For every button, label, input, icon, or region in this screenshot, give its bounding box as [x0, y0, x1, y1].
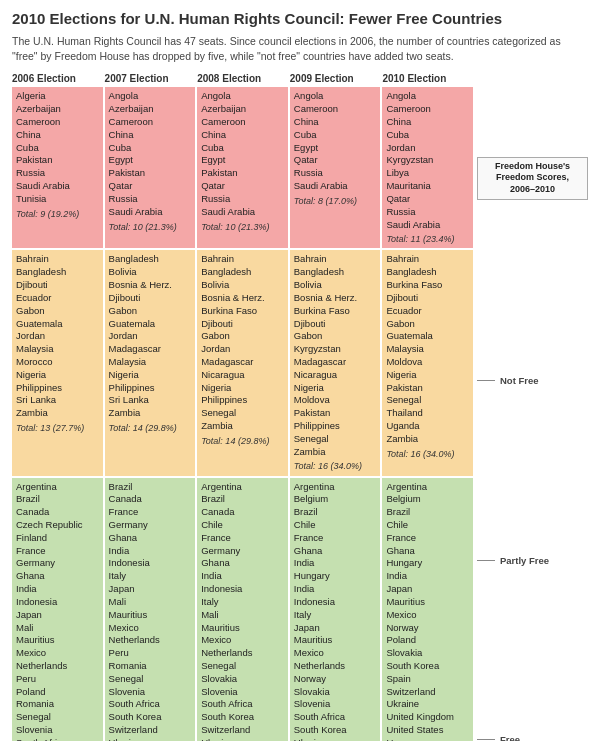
- country-name: Chile: [294, 519, 377, 532]
- country-name: Guatemala: [16, 318, 99, 331]
- country-name: Argentina: [386, 481, 469, 494]
- country-name: Slovenia: [294, 698, 377, 711]
- country-name: Nigeria: [201, 382, 284, 395]
- country-name: Ukraine: [294, 737, 377, 741]
- country-name: Zambia: [16, 407, 99, 420]
- country-name: Djibouti: [386, 292, 469, 305]
- country-name: Mauritius: [201, 622, 284, 635]
- country-name: Netherlands: [16, 660, 99, 673]
- country-name: Slovakia: [294, 686, 377, 699]
- country-name: Philippines: [109, 382, 192, 395]
- country-name: Bolivia: [109, 266, 192, 279]
- country-name: Mauritius: [386, 596, 469, 609]
- column-headers: 2006 Election2007 Election2008 Election2…: [12, 73, 473, 84]
- country-name: Senegal: [16, 711, 99, 724]
- country-name: Indonesia: [201, 583, 284, 596]
- country-name: India: [386, 570, 469, 583]
- cell-total: Total: 14 (29.8%): [109, 422, 192, 434]
- country-name: Norway: [294, 673, 377, 686]
- country-name: Bahrain: [16, 253, 99, 266]
- country-name: Mali: [109, 596, 192, 609]
- country-name: Senegal: [386, 394, 469, 407]
- country-name: Indonesia: [16, 596, 99, 609]
- category-row-not-free: AlgeriaAzerbaijanCameroonChinaCubaPakist…: [12, 87, 473, 248]
- country-name: Mali: [201, 609, 284, 622]
- country-name: Russia: [201, 193, 284, 206]
- country-name: Romania: [109, 660, 192, 673]
- country-name: Czech Republic: [16, 519, 99, 532]
- country-name: Bosnia & Herz.: [201, 292, 284, 305]
- country-name: Canada: [109, 493, 192, 506]
- country-name: Cuba: [294, 129, 377, 142]
- country-name: Mexico: [109, 622, 192, 635]
- country-name: Cuba: [386, 129, 469, 142]
- country-name: Brazil: [294, 506, 377, 519]
- country-name: Bosnia & Herz.: [109, 279, 192, 292]
- cell-not-free-col2: AngolaAzerbaijanCameroonChinaCubaEgyptPa…: [197, 87, 288, 248]
- country-name: Japan: [16, 609, 99, 622]
- country-name: Egypt: [294, 142, 377, 155]
- country-name: Mexico: [16, 647, 99, 660]
- country-name: India: [201, 570, 284, 583]
- country-name: Bolivia: [201, 279, 284, 292]
- country-name: Djibouti: [201, 318, 284, 331]
- country-name: Bangladesh: [294, 266, 377, 279]
- country-name: Russia: [386, 206, 469, 219]
- cell-total: Total: 16 (34.0%): [294, 460, 377, 472]
- country-name: Indonesia: [109, 557, 192, 570]
- rows-section: AlgeriaAzerbaijanCameroonChinaCubaPakist…: [12, 87, 473, 741]
- country-name: Azerbaijan: [109, 103, 192, 116]
- country-name: China: [201, 129, 284, 142]
- cell-not-free-col3: AngolaCameroonChinaCubaEgyptQatarRussiaS…: [290, 87, 381, 248]
- country-name: Belgium: [294, 493, 377, 506]
- country-name: Qatar: [386, 193, 469, 206]
- country-name: China: [109, 129, 192, 142]
- country-name: Romania: [16, 698, 99, 711]
- category-row-partly-free: BahrainBangladeshDjiboutiEcuadorGabonGua…: [12, 250, 473, 475]
- country-name: Uruguay: [386, 737, 469, 741]
- country-name: Guatemala: [109, 318, 192, 331]
- country-name: Burkina Faso: [294, 305, 377, 318]
- country-name: Saudi Arabia: [294, 180, 377, 193]
- country-name: Bahrain: [294, 253, 377, 266]
- country-name: Switzerland: [201, 724, 284, 737]
- country-name: Senegal: [201, 660, 284, 673]
- country-name: Poland: [386, 634, 469, 647]
- country-name: Pakistan: [16, 154, 99, 167]
- country-name: Belgium: [386, 493, 469, 506]
- country-name: Gabon: [386, 318, 469, 331]
- country-name: Bangladesh: [16, 266, 99, 279]
- country-name: Egypt: [109, 154, 192, 167]
- country-name: Ghana: [294, 545, 377, 558]
- country-name: Germany: [16, 557, 99, 570]
- country-name: Djibouti: [294, 318, 377, 331]
- cell-free-col1: BrazilCanadaFranceGermanyGhanaIndiaIndon…: [105, 478, 196, 741]
- country-name: Cuba: [16, 142, 99, 155]
- country-name: Qatar: [294, 154, 377, 167]
- country-name: Indonesia: [294, 596, 377, 609]
- cell-not-free-col1: AngolaAzerbaijanCameroonChinaCubaEgyptPa…: [105, 87, 196, 248]
- country-name: Libya: [386, 167, 469, 180]
- country-name: Burkina Faso: [201, 305, 284, 318]
- country-name: Ecuador: [386, 305, 469, 318]
- country-name: Zambia: [109, 407, 192, 420]
- country-name: Cameroon: [386, 103, 469, 116]
- cell-not-free-col0: AlgeriaAzerbaijanCameroonChinaCubaPakist…: [12, 87, 103, 248]
- country-name: Djibouti: [109, 292, 192, 305]
- country-name: South Korea: [386, 660, 469, 673]
- country-name: Malaysia: [386, 343, 469, 356]
- country-name: Kyrgyzstan: [294, 343, 377, 356]
- country-name: Zambia: [201, 420, 284, 433]
- country-name: Argentina: [294, 481, 377, 494]
- country-name: Mexico: [294, 647, 377, 660]
- sidebar-entry-not-free: Not Free: [477, 375, 588, 386]
- country-name: Brazil: [386, 506, 469, 519]
- country-name: Egypt: [201, 154, 284, 167]
- country-name: South Korea: [294, 724, 377, 737]
- country-name: Saudi Arabia: [386, 219, 469, 232]
- country-name: Senegal: [294, 433, 377, 446]
- country-name: Slovakia: [201, 673, 284, 686]
- country-name: France: [386, 532, 469, 545]
- country-name: India: [294, 557, 377, 570]
- cell-free-col2: ArgentinaBrazilCanadaChileFranceGermanyG…: [197, 478, 288, 741]
